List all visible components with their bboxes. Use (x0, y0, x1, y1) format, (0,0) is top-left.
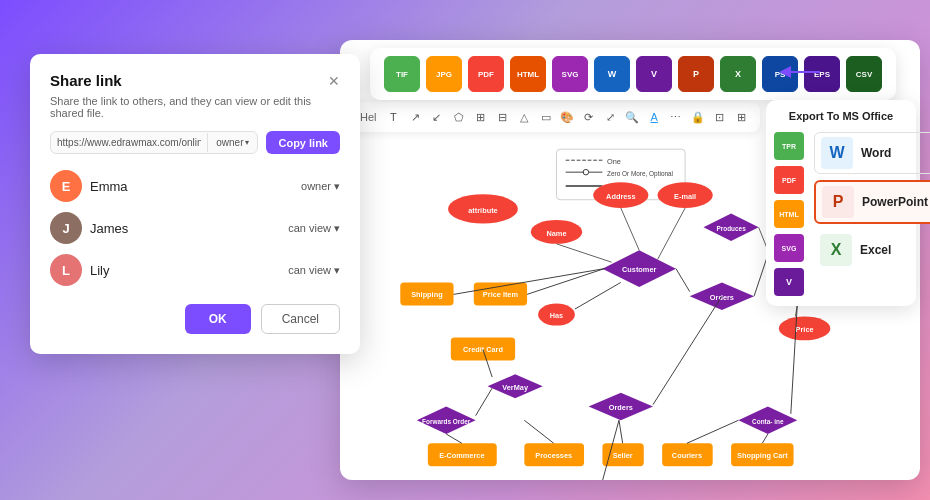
link-input-wrap: owner ▾ (50, 131, 258, 154)
arrow-tool[interactable]: ↗ (406, 106, 424, 128)
export-csv-btn[interactable]: CSV (846, 56, 882, 92)
export-panel-title: Export To MS Office (774, 110, 908, 122)
svg-text:One: One (607, 157, 621, 166)
svg-text:Shipping: Shipping (411, 290, 442, 299)
avatar-james: J (50, 212, 82, 244)
user-info-emma: E Emma (50, 170, 128, 202)
svg-line-50 (575, 282, 621, 309)
excel-icon: X (820, 234, 852, 266)
shape-tool[interactable]: ⬠ (450, 106, 468, 128)
fill-tool[interactable]: 🎨 (558, 106, 576, 128)
export-panel: Export To MS Office TPR PDF HTML SVG V W… (766, 100, 916, 306)
side-html-btn[interactable]: HTML (774, 200, 804, 228)
powerpoint-icon: P (822, 186, 854, 218)
svg-text:Has: Has (550, 311, 563, 320)
user-name-emma: Emma (90, 179, 128, 194)
grid-tool[interactable]: ⊞ (732, 106, 750, 128)
share-dialog: Share link ✕ Share the link to others, a… (30, 54, 360, 354)
svg-line-81 (687, 420, 738, 443)
chevron-icon-emma: ▾ (334, 180, 340, 193)
export-ppt-btn[interactable]: P (678, 56, 714, 92)
lock-tool[interactable]: 🔒 (689, 106, 707, 128)
svg-text:E-Commerce: E-Commerce (439, 451, 484, 460)
export-jpg-btn[interactable]: JPG (426, 56, 462, 92)
export-visio-btn[interactable]: V (636, 56, 672, 92)
svg-text:Name: Name (546, 229, 566, 238)
role-select-emma[interactable]: owner ▾ (301, 180, 340, 193)
table-tool[interactable]: ⊞ (471, 106, 489, 128)
svg-line-20 (658, 208, 686, 259)
export-tif-btn[interactable]: TIF (384, 56, 420, 92)
chevron-icon-lily: ▾ (334, 264, 340, 277)
connector-tool[interactable]: ↙ (428, 106, 446, 128)
svg-text:Couriers: Couriers (672, 451, 702, 460)
user-row-emma: E Emma owner ▾ (50, 170, 340, 202)
export-excel-btn[interactable]: X (720, 56, 756, 92)
ok-button[interactable]: OK (185, 304, 251, 334)
side-tpr-btn[interactable]: TPR (774, 132, 804, 160)
role-label-james: can view (288, 222, 331, 234)
rect-tool[interactable]: ▭ (537, 106, 555, 128)
chevron-icon-james: ▾ (334, 222, 340, 235)
user-info-lily: L Lily (50, 254, 110, 286)
svg-text:E-mail: E-mail (674, 192, 696, 201)
line-tool[interactable]: △ (515, 106, 533, 128)
link-input[interactable] (51, 132, 207, 153)
export-powerpoint-item[interactable]: P PowerPoint (814, 180, 930, 224)
side-v-btn[interactable]: V (774, 268, 804, 296)
word-label: Word (861, 146, 891, 160)
export-excel-item[interactable]: X Excel (814, 230, 930, 270)
link-row: owner ▾ Copy link (50, 131, 340, 154)
svg-line-40 (676, 269, 690, 292)
search-tool[interactable]: 🔍 (624, 106, 642, 128)
svg-text:VerMay: VerMay (502, 383, 529, 392)
export-html-btn[interactable]: HTML (510, 56, 546, 92)
svg-text:Seller: Seller (613, 451, 633, 460)
more-options[interactable]: ⋯ (667, 106, 685, 128)
role-label-emma: owner (301, 180, 331, 192)
export-pdf-btn[interactable]: PDF (468, 56, 504, 92)
role-select-james[interactable]: can view ▾ (288, 222, 340, 235)
cancel-button[interactable]: Cancel (261, 304, 340, 334)
svg-line-79 (524, 420, 553, 443)
side-pdf-btn[interactable]: PDF (774, 166, 804, 194)
word-icon: W (821, 137, 853, 169)
highlight-tool[interactable]: A (645, 106, 663, 128)
dialog-footer: OK Cancel (50, 304, 340, 334)
link-role-label: owner (216, 137, 243, 148)
export-svg-btn[interactable]: SVG (552, 56, 588, 92)
svg-text:Produces: Produces (716, 225, 746, 232)
export-side-icons: TPR PDF HTML SVG V (774, 132, 804, 296)
svg-text:Customer: Customer (622, 265, 656, 274)
svg-text:Address: Address (606, 192, 635, 201)
close-button[interactable]: ✕ (328, 74, 340, 88)
svg-text:Orders: Orders (609, 403, 633, 412)
svg-text:Price: Price (796, 325, 814, 334)
svg-line-37 (527, 269, 604, 295)
copy-link-button[interactable]: Copy link (266, 131, 340, 154)
export-word-item[interactable]: W Word (814, 132, 930, 174)
svg-text:Price Item: Price Item (483, 290, 519, 299)
excel-label: Excel (860, 243, 891, 257)
svg-line-78 (446, 434, 462, 443)
svg-text:Processes: Processes (535, 451, 572, 460)
side-svg-btn[interactable]: SVG (774, 234, 804, 262)
crop-tool[interactable]: ⊡ (711, 106, 729, 128)
svg-text:Conta- ine: Conta- ine (752, 418, 784, 425)
format-tool[interactable]: ⟳ (580, 106, 598, 128)
zoom-tool[interactable]: ⤢ (602, 106, 620, 128)
svg-line-19 (621, 208, 639, 250)
user-row-james: J James can view ▾ (50, 212, 340, 244)
tool-bar: Hel T ↗ ↙ ⬠ ⊞ ⊟ △ ▭ 🎨 ⟳ ⤢ 🔍 A ⋯ 🔒 ⊡ ⊞ (350, 102, 760, 132)
svg-line-80 (619, 420, 623, 443)
text-tool[interactable]: T (385, 106, 403, 128)
arrow-indicator (780, 62, 830, 86)
export-panel-items: W Word P PowerPoint X Excel (814, 132, 930, 296)
role-select-lily[interactable]: can view ▾ (288, 264, 340, 277)
user-list: E Emma owner ▾ J James can view ▾ L Lily (50, 170, 340, 286)
chevron-down-icon: ▾ (245, 138, 249, 147)
svg-line-59 (476, 388, 493, 416)
more-tool[interactable]: ⊟ (493, 106, 511, 128)
export-word-btn[interactable]: W (594, 56, 630, 92)
link-role-button[interactable]: owner ▾ (207, 133, 257, 152)
